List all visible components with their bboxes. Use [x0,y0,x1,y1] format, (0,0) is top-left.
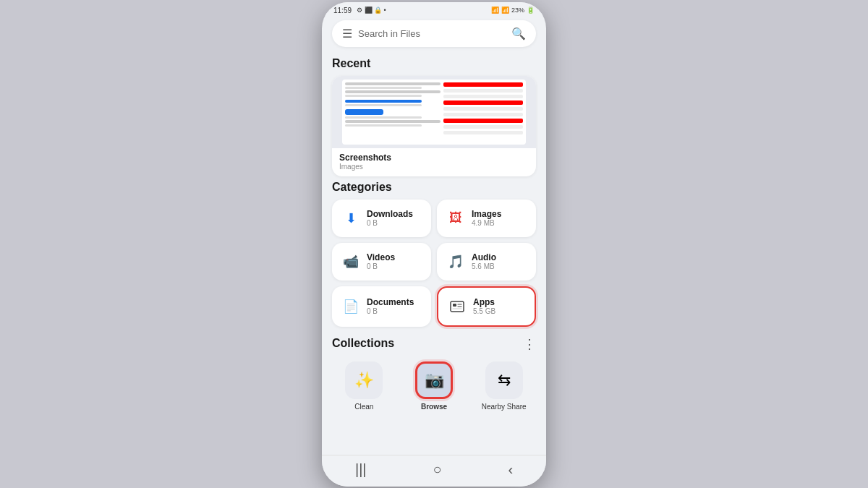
collection-clean[interactable]: ✨ Clean [332,361,396,411]
category-audio[interactable]: 🎵 Audio 5.6 MB [437,243,536,281]
recent-card[interactable]: Screenshots Images [332,76,536,176]
category-images[interactable]: 🖼 Images 4.9 MB [437,200,536,237]
categories-grid: ⬇ Downloads 0 B 🖼 Images 4.9 MB 📹 Videos… [332,200,536,327]
recent-info: Screenshots Images [332,148,536,176]
image-icon: 🖼 [446,208,466,228]
status-time: 11:59 [333,7,352,14]
search-bar[interactable]: ☰ Search in Files 🔍 [332,20,536,47]
collection-browse-label: Browse [421,403,447,411]
collections-header: Collections ⋮ [332,333,536,356]
apps-icon [447,296,467,317]
category-documents[interactable]: 📄 Documents 0 B [332,286,431,327]
browse-icon-wrap: 📷 [415,361,453,399]
signal-icon: 📶 [501,7,509,14]
cat-videos-name: Videos [367,252,395,262]
video-icon: 📹 [341,252,361,272]
nav-back-icon[interactable]: ||| [355,461,367,478]
collection-nearby-share[interactable]: ⇆ Nearby Share [472,361,536,411]
collection-browse[interactable]: 📷 Browse [402,361,467,411]
nav-bar: ||| ○ ‹ [322,455,546,487]
cat-downloads-size: 0 B [367,219,413,227]
nearby-share-icon-wrap: ⇆ [485,361,523,399]
collection-nearby-share-label: Nearby Share [482,403,527,411]
menu-icon[interactable]: ☰ [342,27,352,40]
nav-home-icon[interactable]: ○ [433,461,441,478]
search-placeholder[interactable]: Search in Files [358,28,506,39]
collections-more-icon[interactable]: ⋮ [523,336,536,352]
categories-title: Categories [332,181,536,194]
cat-apps-size: 5.5 GB [473,307,495,315]
recent-thumbnail [332,76,536,148]
clean-icon: ✨ [354,371,374,390]
audio-icon: 🎵 [446,252,466,272]
cat-images-size: 4.9 MB [472,219,501,227]
cat-audio-name: Audio [472,252,496,262]
status-left: 11:59 ⚙ ⬛ 🔒 • [333,7,386,14]
collections-title: Collections [332,337,394,350]
category-downloads[interactable]: ⬇ Downloads 0 B [332,200,431,237]
status-right: 📶 📶 23% 🔋 [491,7,535,14]
search-icon[interactable]: 🔍 [511,27,526,40]
document-icon: 📄 [341,296,361,317]
category-apps[interactable]: Apps 5.5 GB [437,286,536,327]
wifi-icon: 📶 [491,7,499,14]
phone-frame: 11:59 ⚙ ⬛ 🔒 • 📶 📶 23% 🔋 ☰ Search in File… [322,2,546,487]
battery-icon: 🔋 [527,7,535,14]
nearby-share-icon: ⇆ [498,371,511,390]
battery-text: 23% [511,7,524,14]
cat-downloads-name: Downloads [367,209,413,219]
cat-documents-size: 0 B [367,307,414,315]
collection-clean-label: Clean [354,403,373,411]
status-bar: 11:59 ⚙ ⬛ 🔒 • 📶 📶 23% 🔋 [322,2,546,16]
collections-grid: ✨ Clean 📷 Browse ⇆ Nearby Share [332,361,536,411]
scroll-content: Recent [322,53,546,455]
cat-videos-size: 0 B [367,262,395,270]
cat-audio-size: 5.6 MB [472,262,496,270]
recent-item-name: Screenshots [339,153,529,163]
nav-recents-icon[interactable]: ‹ [508,461,513,478]
cat-images-name: Images [472,209,501,219]
cat-apps-name: Apps [473,297,495,307]
recent-title: Recent [332,57,536,70]
browse-icon: 📷 [425,371,444,390]
status-icons: ⚙ ⬛ 🔒 • [357,7,386,14]
recent-item-sub: Images [339,163,529,171]
svg-rect-1 [453,304,456,307]
screenshot-mockup [342,80,526,145]
cat-documents-name: Documents [367,297,414,307]
download-icon: ⬇ [341,208,361,228]
category-videos[interactable]: 📹 Videos 0 B [332,243,431,281]
clean-icon-wrap: ✨ [345,361,383,399]
